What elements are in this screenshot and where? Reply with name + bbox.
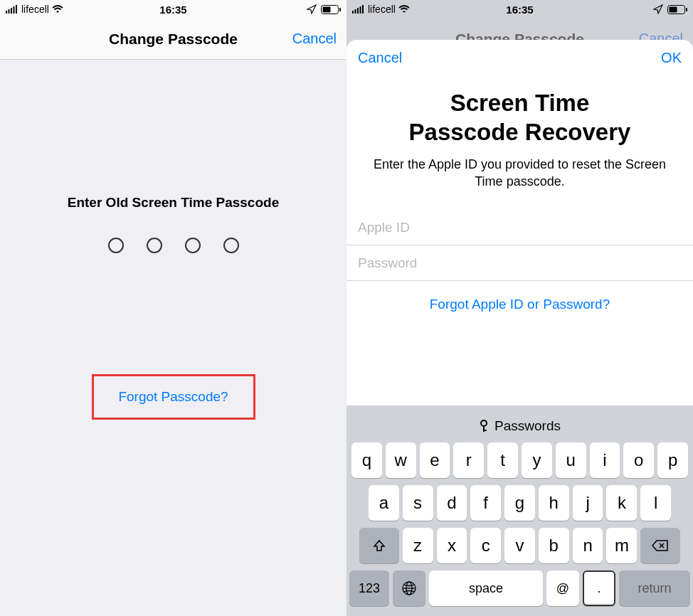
password-placeholder: Password	[358, 255, 417, 271]
key-f[interactable]: f	[470, 485, 501, 521]
svg-rect-4	[16, 5, 17, 14]
nav-bar: Change Passcode Cancel	[0, 18, 346, 60]
svg-rect-11	[360, 6, 361, 14]
key-backspace[interactable]	[640, 528, 680, 563]
modal-description: Enter the Apple ID you provided to reset…	[346, 156, 693, 211]
battery-icon	[321, 5, 341, 14]
key-m[interactable]: m	[606, 528, 637, 563]
recovery-modal: Cancel OK Screen Time Passcode Recovery …	[346, 40, 693, 616]
key-i[interactable]: i	[590, 442, 620, 478]
svg-point-16	[481, 420, 487, 426]
location-icon	[307, 4, 317, 14]
keyboard-row: 123 space @ . return	[349, 570, 690, 606]
key-d[interactable]: d	[437, 485, 467, 521]
carrier-label: lifecell	[368, 4, 396, 15]
status-bar: lifecell 16:35	[0, 0, 346, 18]
apple-id-field[interactable]: Apple ID	[346, 210, 693, 245]
key-u[interactable]: u	[556, 442, 586, 478]
svg-rect-2	[11, 8, 12, 14]
key-e[interactable]: e	[420, 442, 450, 478]
key-at[interactable]: @	[546, 570, 579, 606]
location-icon	[653, 4, 663, 14]
key-s[interactable]: s	[403, 485, 433, 521]
svg-rect-14	[670, 6, 677, 12]
key-l[interactable]: l	[640, 485, 671, 521]
keyboard: Passwords q w e r t y u i o p a s d f g …	[346, 405, 693, 616]
key-y[interactable]: y	[522, 442, 552, 478]
screen-change-passcode: lifecell 16:35 Change Passcode Cancel En…	[0, 0, 346, 616]
signal-icon	[352, 5, 365, 14]
key-123[interactable]: 123	[349, 570, 389, 606]
svg-rect-1	[9, 9, 10, 14]
key-c[interactable]: c	[470, 528, 501, 563]
key-k[interactable]: k	[606, 485, 637, 521]
key-a[interactable]: a	[369, 485, 399, 521]
cancel-button[interactable]: Cancel	[292, 31, 337, 47]
wifi-icon	[398, 5, 410, 14]
keyboard-toolbar[interactable]: Passwords	[349, 410, 690, 442]
key-b[interactable]: b	[539, 528, 569, 563]
key-return[interactable]: return	[619, 570, 690, 606]
apple-id-placeholder: Apple ID	[358, 220, 410, 235]
key-t[interactable]: t	[487, 442, 518, 478]
key-q[interactable]: q	[351, 442, 382, 478]
passcode-dot	[223, 238, 239, 253]
key-shift[interactable]	[359, 528, 399, 563]
key-x[interactable]: x	[437, 528, 467, 563]
key-space[interactable]: space	[429, 570, 543, 606]
forgot-passcode-link[interactable]: Forgot Passcode?	[94, 389, 253, 405]
modal-title-line: Screen Time	[450, 90, 590, 116]
svg-rect-18	[483, 430, 487, 431]
key-v[interactable]: v	[504, 528, 535, 563]
key-globe[interactable]	[393, 570, 425, 606]
svg-rect-10	[357, 8, 359, 14]
svg-rect-6	[323, 6, 331, 12]
keyboard-row: a s d f g h j k l	[349, 485, 690, 521]
key-n[interactable]: n	[573, 528, 603, 563]
status-bar: lifecell 16:35	[346, 0, 693, 18]
keyboard-row: z x c v b n m	[349, 528, 690, 563]
passcode-dot	[185, 238, 201, 253]
key-r[interactable]: r	[453, 442, 484, 478]
signal-icon	[6, 5, 18, 14]
modal-cancel-button[interactable]: Cancel	[358, 50, 402, 66]
forgot-apple-id-link[interactable]: Forgot Apple ID or Password?	[346, 281, 693, 328]
key-z[interactable]: z	[403, 528, 433, 563]
modal-title: Screen Time Passcode Recovery	[346, 75, 693, 156]
key-dot[interactable]: .	[583, 570, 615, 606]
carrier-label: lifecell	[21, 4, 49, 15]
key-icon	[479, 420, 489, 432]
key-j[interactable]: j	[573, 485, 603, 521]
modal-title-line: Passcode Recovery	[409, 119, 631, 145]
svg-rect-0	[6, 11, 7, 14]
passcode-dot	[108, 238, 124, 253]
svg-rect-7	[339, 8, 341, 11]
screen-recovery: lifecell 16:35 Change Passcode Cancel Ca…	[346, 0, 693, 616]
modal-ok-button[interactable]: OK	[661, 50, 682, 66]
nav-title: Change Passcode	[109, 31, 238, 48]
svg-rect-15	[686, 8, 687, 11]
svg-rect-12	[362, 5, 364, 14]
highlight-box: Forgot Passcode?	[92, 374, 255, 420]
key-w[interactable]: w	[386, 442, 416, 478]
keyboard-row: q w e r t y u i o p	[349, 442, 690, 478]
svg-rect-8	[352, 11, 354, 14]
passcode-prompt: Enter Old Screen Time Passcode	[0, 195, 346, 211]
wifi-icon	[52, 5, 63, 14]
key-g[interactable]: g	[504, 485, 535, 521]
key-h[interactable]: h	[539, 485, 569, 521]
passcode-dot	[147, 238, 162, 253]
key-p[interactable]: p	[657, 442, 688, 478]
svg-rect-3	[14, 6, 15, 14]
svg-rect-9	[355, 9, 356, 14]
keyboard-toolbar-label: Passwords	[494, 418, 561, 434]
password-field[interactable]: Password	[346, 245, 693, 281]
battery-icon	[667, 5, 687, 14]
key-o[interactable]: o	[623, 442, 654, 478]
passcode-dots	[0, 238, 346, 253]
